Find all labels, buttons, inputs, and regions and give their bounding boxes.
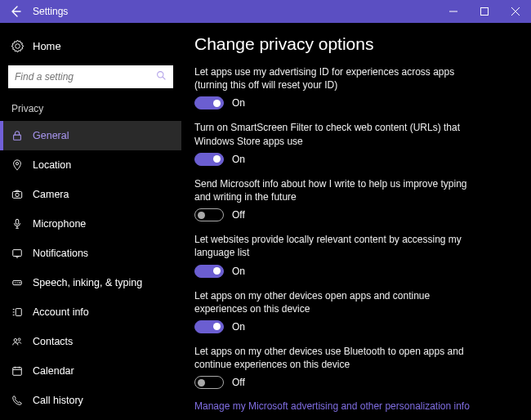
sidebar-item-label: Notifications bbox=[33, 248, 88, 259]
sidebar-item-location[interactable]: Location bbox=[0, 150, 181, 180]
svg-rect-12 bbox=[13, 368, 22, 376]
svg-rect-2 bbox=[14, 135, 21, 140]
sidebar-item-account-info[interactable]: Account info bbox=[0, 297, 181, 327]
sidebar-item-microphone[interactable]: Microphone bbox=[0, 209, 181, 239]
svg-rect-0 bbox=[481, 8, 489, 16]
notifications-icon bbox=[11, 248, 33, 259]
toggle-switch[interactable] bbox=[194, 320, 224, 333]
sidebar-item-email[interactable]: Email bbox=[0, 415, 181, 420]
privacy-setting: Let websites provide locally relevant co… bbox=[194, 233, 516, 277]
toggle-switch[interactable] bbox=[194, 96, 224, 109]
location-icon bbox=[11, 159, 33, 171]
microphone-icon bbox=[11, 218, 33, 230]
sidebar-item-label: General bbox=[33, 130, 69, 141]
setting-description: Let apps use my advertising ID for exper… bbox=[194, 65, 472, 92]
back-button[interactable] bbox=[0, 0, 31, 23]
sidebar-item-label: Location bbox=[33, 159, 71, 171]
svg-rect-9 bbox=[16, 309, 21, 316]
calendar-icon bbox=[11, 365, 33, 377]
privacy-setting: Turn on SmartScreen Filter to check web … bbox=[194, 121, 516, 165]
gear-icon bbox=[11, 40, 33, 52]
maximize-button[interactable] bbox=[469, 0, 500, 23]
arrow-left-icon bbox=[9, 5, 22, 18]
search-icon bbox=[156, 70, 167, 81]
svg-point-3 bbox=[16, 163, 18, 165]
toggle-state-label: On bbox=[232, 266, 245, 277]
camera-icon bbox=[11, 189, 33, 200]
toggle-state-label: On bbox=[232, 154, 245, 165]
maximize-icon bbox=[480, 7, 489, 16]
contacts-icon bbox=[11, 336, 33, 347]
privacy-setting: Let apps use my advertising ID for exper… bbox=[194, 65, 516, 109]
svg-rect-6 bbox=[16, 219, 19, 224]
sidebar-item-label: Calendar bbox=[33, 365, 74, 377]
privacy-setting: Let apps on my other devices open apps a… bbox=[194, 289, 516, 333]
call-icon bbox=[11, 395, 33, 406]
content-pane: Change privacy options Let apps use my a… bbox=[181, 23, 531, 420]
sidebar-item-label: Camera bbox=[33, 189, 69, 200]
sidebar-item-camera[interactable]: Camera bbox=[0, 180, 181, 209]
home-label: Home bbox=[33, 40, 61, 52]
setting-description: Send Microsoft info about how I write to… bbox=[194, 177, 472, 203]
toggle-switch[interactable] bbox=[194, 376, 224, 389]
toggle-state-label: On bbox=[232, 321, 245, 333]
svg-point-1 bbox=[158, 72, 163, 78]
sidebar-item-contacts[interactable]: Contacts bbox=[0, 327, 181, 356]
minimize-icon bbox=[449, 7, 457, 16]
lock-icon bbox=[11, 130, 33, 141]
setting-description: Let apps on my other devices use Bluetoo… bbox=[194, 345, 472, 371]
toggle-switch[interactable] bbox=[194, 153, 224, 166]
window-title: Settings bbox=[31, 6, 68, 17]
search-input[interactable] bbox=[8, 65, 173, 88]
toggle-state-label: Off bbox=[232, 377, 245, 388]
setting-description: Let websites provide locally relevant co… bbox=[194, 233, 472, 259]
privacy-setting: Let apps on my other devices use Bluetoo… bbox=[194, 345, 516, 389]
sidebar-item-label: Contacts bbox=[33, 336, 73, 347]
home-button[interactable]: Home bbox=[0, 31, 181, 60]
close-icon bbox=[511, 7, 520, 16]
svg-rect-7 bbox=[13, 250, 22, 257]
speech-icon bbox=[11, 277, 33, 288]
sidebar-item-speech-inking-typing[interactable]: Speech, inking, & typing bbox=[0, 268, 181, 297]
sidebar-item-label: Account info bbox=[33, 306, 89, 318]
close-button[interactable] bbox=[500, 0, 531, 23]
toggle-switch[interactable] bbox=[194, 208, 224, 221]
sidebar-item-label: Speech, inking, & typing bbox=[33, 277, 142, 288]
sidebar: Home Privacy GeneralLocationCameraMicrop… bbox=[0, 23, 181, 420]
svg-point-10 bbox=[14, 339, 17, 342]
page-title: Change privacy options bbox=[194, 34, 516, 54]
sidebar-item-label: Call history bbox=[33, 395, 83, 406]
sidebar-item-general[interactable]: General bbox=[0, 121, 181, 150]
sidebar-item-call-history[interactable]: Call history bbox=[0, 386, 181, 415]
setting-description: Turn on SmartScreen Filter to check web … bbox=[194, 121, 472, 147]
toggle-state-label: On bbox=[232, 97, 245, 109]
toggle-switch[interactable] bbox=[194, 265, 224, 278]
svg-point-5 bbox=[16, 193, 19, 196]
section-label: Privacy bbox=[0, 98, 181, 121]
svg-point-11 bbox=[18, 338, 20, 341]
sidebar-item-calendar[interactable]: Calendar bbox=[0, 356, 181, 386]
toggle-state-label: Off bbox=[232, 209, 245, 221]
account-icon bbox=[11, 306, 33, 318]
svg-rect-4 bbox=[12, 192, 21, 199]
settings-link[interactable]: Manage my Microsoft advertising and othe… bbox=[194, 400, 516, 412]
sidebar-item-label: Microphone bbox=[33, 218, 86, 230]
minimize-button[interactable] bbox=[438, 0, 469, 23]
privacy-setting: Send Microsoft info about how I write to… bbox=[194, 177, 516, 221]
setting-description: Let apps on my other devices open apps a… bbox=[194, 289, 472, 315]
titlebar: Settings bbox=[0, 0, 531, 23]
sidebar-item-notifications[interactable]: Notifications bbox=[0, 239, 181, 268]
